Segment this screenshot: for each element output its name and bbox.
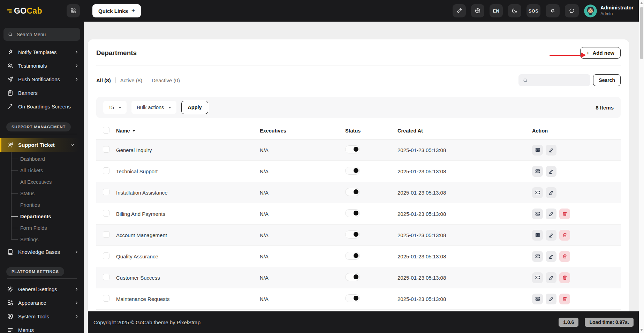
ticket-action-button[interactable]	[532, 272, 543, 283]
add-new-button[interactable]: + Add new	[580, 47, 621, 59]
sidebar-item-banners[interactable]: Banners	[0, 86, 84, 100]
sidebar-subitem-all-executives[interactable]: All Executives	[0, 176, 84, 188]
delete-action-button[interactable]	[559, 209, 570, 219]
ticket-action-button[interactable]	[532, 145, 543, 156]
notifications-button[interactable]	[546, 4, 560, 17]
sidebar-subitem-settings[interactable]: Settings	[0, 234, 84, 245]
scrollbar-thumb[interactable]	[640, 7, 643, 59]
scroll-down-icon[interactable]	[640, 329, 643, 331]
executives-value: N/A	[260, 275, 345, 281]
edit-action-button[interactable]	[546, 294, 556, 304]
search-field[interactable]	[518, 74, 590, 86]
row-checkbox[interactable]	[103, 210, 109, 217]
sidebar-item-appearance[interactable]: Appearance	[0, 296, 84, 310]
language-globe-button[interactable]	[471, 4, 484, 17]
delete-action-button[interactable]	[559, 294, 570, 304]
ticket-icon	[535, 168, 540, 174]
apply-button[interactable]: Apply	[181, 101, 208, 114]
column-header-name[interactable]: Name	[116, 128, 260, 134]
edit-action-button[interactable]	[546, 187, 556, 198]
ticket-icon	[535, 253, 540, 259]
dark-mode-button[interactable]	[508, 4, 521, 17]
page-scrollbar[interactable]	[639, 0, 644, 333]
sidebar-search-input[interactable]	[16, 31, 76, 38]
sidebar-subitem-status[interactable]: Status	[0, 188, 84, 199]
sidebar-item-notify-templates[interactable]: Notify Templates	[0, 45, 84, 59]
edit-action-button[interactable]	[546, 272, 556, 283]
edit-action-button[interactable]	[546, 251, 556, 262]
edit-icon	[548, 296, 554, 302]
status-toggle[interactable]	[345, 294, 360, 302]
header-actions: EN SOS Administrator Admin	[453, 4, 639, 17]
sidebar-subitem-all-tickets[interactable]: All Tickets	[0, 165, 84, 176]
ticket-action-button[interactable]	[532, 251, 543, 262]
chat-icon	[569, 8, 575, 14]
row-checkbox[interactable]	[103, 146, 109, 153]
ticket-action-button[interactable]	[532, 166, 543, 177]
per-page-select[interactable]: 15	[103, 101, 127, 114]
delete-action-button[interactable]	[559, 272, 570, 283]
status-toggle[interactable]	[345, 209, 360, 217]
sos-button[interactable]: SOS	[526, 4, 540, 17]
row-checkbox[interactable]	[103, 274, 109, 280]
ticket-action-button[interactable]	[532, 294, 543, 304]
top-header: GOCab Quick Links + EN SOS	[0, 0, 639, 22]
user-menu[interactable]: Administrator Admin	[584, 5, 634, 17]
grid-icon	[70, 8, 76, 14]
apps-grid-button[interactable]	[67, 4, 80, 17]
quick-links-button[interactable]: Quick Links +	[92, 4, 141, 17]
sidebar-item-on-boardings-screens[interactable]: On Boardings Screens	[0, 100, 84, 113]
customizer-button[interactable]	[453, 4, 466, 17]
delete-action-button[interactable]	[559, 230, 570, 241]
status-toggle[interactable]	[345, 167, 360, 175]
section-support-management: SUPPORT MANAGEMENT	[6, 122, 71, 131]
sidebar-item-menus[interactable]: Menus	[0, 323, 84, 333]
ticket-action-button[interactable]	[532, 187, 543, 198]
book-icon	[7, 249, 14, 255]
sidebar-item-general-settings[interactable]: General Settings	[0, 282, 84, 296]
edit-action-button[interactable]	[546, 166, 556, 177]
edit-action-button[interactable]	[546, 145, 556, 156]
status-toggle[interactable]	[345, 230, 360, 239]
language-en-button[interactable]: EN	[490, 4, 503, 17]
messages-button[interactable]	[565, 4, 579, 17]
row-checkbox[interactable]	[103, 231, 109, 238]
delete-action-button[interactable]	[559, 251, 570, 262]
status-toggle[interactable]	[345, 252, 360, 260]
sidebar-subitem-form-fields[interactable]: Form Fields	[0, 222, 84, 234]
edit-action-button[interactable]	[546, 230, 556, 241]
scroll-up-icon[interactable]	[640, 2, 643, 4]
status-toggle[interactable]	[345, 145, 360, 153]
sidebar-item-push-notifications[interactable]: Push Notifications	[0, 73, 84, 86]
status-toggle[interactable]	[345, 273, 360, 281]
sidebar-search[interactable]	[3, 28, 80, 41]
ticket-action-button[interactable]	[532, 209, 543, 219]
filter-tab-all-8[interactable]: All (8)	[96, 77, 115, 83]
sidebar-item-knowledge-bases[interactable]: Knowledge Bases	[0, 245, 84, 259]
edit-action-button[interactable]	[546, 209, 556, 219]
filter-tab-active-8[interactable]: Active (8)	[115, 77, 147, 83]
select-all-checkbox[interactable]	[103, 127, 109, 134]
globe-icon	[475, 8, 481, 14]
search-input[interactable]	[531, 77, 586, 83]
page-title: Departments	[96, 49, 137, 57]
row-checkbox[interactable]	[103, 189, 109, 195]
search-button[interactable]: Search	[593, 74, 621, 86]
edit-icon	[548, 232, 554, 238]
sidebar-item-support-ticket[interactable]: Support Ticket	[0, 138, 79, 152]
user-role: Admin	[600, 12, 634, 16]
sidebar-item-testimonials[interactable]: Testimonials	[0, 59, 84, 73]
bulk-actions-select[interactable]: Bulk actions	[131, 101, 176, 114]
ticket-action-button[interactable]	[532, 230, 543, 241]
sidebar-subitem-dashboard[interactable]: Dashboard	[0, 153, 84, 165]
sidebar-subitem-priorities[interactable]: Priorities	[0, 199, 84, 211]
status-toggle[interactable]	[345, 188, 360, 196]
row-checkbox[interactable]	[103, 295, 109, 302]
row-checkbox[interactable]	[103, 252, 109, 259]
brand-logo[interactable]: GOCab	[7, 6, 42, 16]
row-checkbox[interactable]	[103, 167, 109, 174]
filter-tab-deactive-0[interactable]: Deactive (0)	[147, 77, 184, 83]
sidebar-subitem-departments[interactable]: Departments	[0, 211, 84, 222]
divider	[7, 278, 77, 279]
sidebar-item-system-tools[interactable]: System Tools	[0, 310, 84, 323]
